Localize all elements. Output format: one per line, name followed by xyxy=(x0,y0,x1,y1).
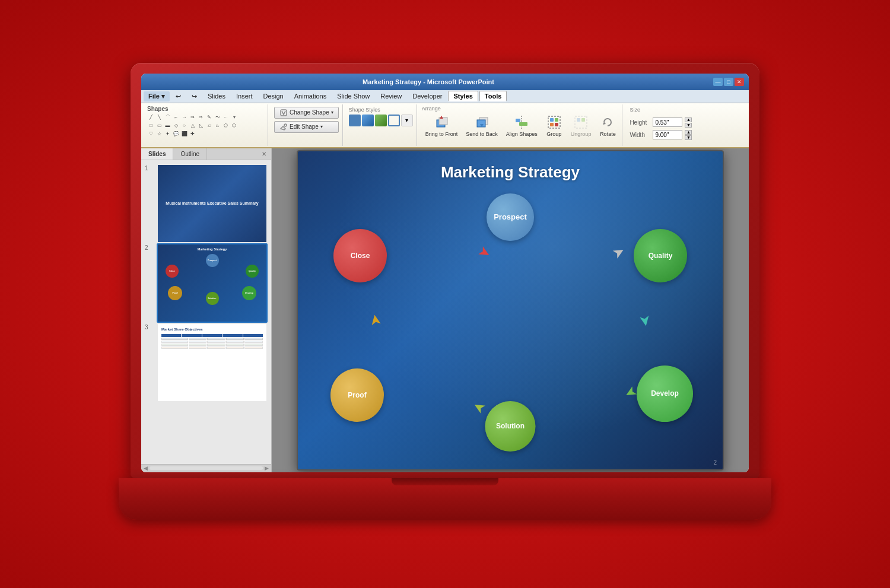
slide-item-1[interactable]: 1 Musical Instruments Executive Sales Su… xyxy=(145,164,268,243)
width-input[interactable] xyxy=(653,130,682,139)
shape-heart[interactable]: ♡ xyxy=(147,130,155,138)
style-4[interactable] xyxy=(388,115,400,126)
shape-freeform[interactable]: ✎ xyxy=(205,113,213,121)
svg-point-1 xyxy=(284,124,287,126)
shape-hex[interactable]: ⬡ xyxy=(230,122,238,129)
shape-curve[interactable]: ⌒ xyxy=(164,113,171,121)
slide-scroll-area: 1 Musical Instruments Executive Sales Su… xyxy=(141,160,271,464)
slide-scrollbar-left[interactable]: ◀ xyxy=(144,465,148,471)
menu-design[interactable]: Design xyxy=(259,91,288,101)
slide-1-number: 1 xyxy=(145,164,153,171)
slide-item-3[interactable]: 3 Market Share Objectives xyxy=(145,323,268,402)
send-back-btn[interactable]: Send to Back xyxy=(462,113,501,139)
slide-1-text: Musical Instruments Executive Sales Summ… xyxy=(166,201,258,206)
node-proof[interactable]: Proof xyxy=(330,368,384,422)
close-panel-btn[interactable]: ✕ xyxy=(257,148,271,160)
slide-2-thumb[interactable]: Marketing Strategy Prospect Quality Deve… xyxy=(157,243,268,323)
style-2[interactable] xyxy=(362,115,374,126)
shape-squiggle[interactable]: 〜 xyxy=(214,113,221,121)
shape-plaque[interactable]: ⬛ xyxy=(180,130,188,138)
shape-circle[interactable]: ○ xyxy=(180,122,188,129)
shape-line2[interactable]: ╲ xyxy=(155,113,163,121)
slide-item-2[interactable]: 2 Marketing Strategy Prospect Quality xyxy=(145,243,268,323)
shape-elbow[interactable]: ⌐ xyxy=(172,113,180,121)
svg-marker-19 xyxy=(603,122,606,125)
menu-review[interactable]: Review xyxy=(376,91,406,101)
shape-star[interactable]: ☆ xyxy=(155,130,163,138)
shape-line[interactable]: ╱ xyxy=(147,113,155,121)
laptop-frame: Marketing Strategy - Microsoft PowerPoin… xyxy=(119,63,771,526)
close-btn[interactable]: ✕ xyxy=(735,78,744,86)
laptop-base xyxy=(119,478,771,520)
menu-tools[interactable]: Tools xyxy=(479,91,507,101)
svg-rect-12 xyxy=(550,118,554,122)
style-more[interactable]: ▾ xyxy=(401,115,413,126)
shape-rect[interactable]: □ xyxy=(147,122,155,129)
menu-developer[interactable]: Developer xyxy=(408,91,447,101)
slide-3-thumb[interactable]: Market Share Objectives xyxy=(157,323,268,402)
menu-file[interactable]: File ▾ xyxy=(144,91,170,101)
menu-styles[interactable]: Styles xyxy=(448,91,478,101)
shape-star2[interactable]: ✦ xyxy=(164,130,171,138)
style-1[interactable] xyxy=(349,115,361,126)
menu-animations[interactable]: Animations xyxy=(290,91,331,101)
shape-arrow1[interactable]: → xyxy=(180,113,188,121)
shape-arrow3[interactable]: ⇨ xyxy=(197,113,205,121)
mini-node-quality: Quality xyxy=(246,265,259,278)
shape-trapezoid[interactable]: ⏢ xyxy=(214,122,221,129)
style-3[interactable] xyxy=(375,115,387,126)
shape-pentagon[interactable]: ⬠ xyxy=(222,122,230,129)
shape-diamond[interactable]: ◇ xyxy=(172,122,180,129)
ribbon: Shapes ╱ ╲ ⌒ ⌐ → ⇒ ⇨ ✎ xyxy=(141,103,749,148)
height-down[interactable]: ▼ xyxy=(685,123,692,128)
node-solution[interactable]: Solution xyxy=(485,401,536,452)
edit-shape-btn[interactable]: Edit Shape ▾ xyxy=(274,121,339,133)
width-spinner: ▲ ▼ xyxy=(685,130,692,140)
shape-arrow2[interactable]: ⇒ xyxy=(189,113,196,121)
ungroup-label: Ungroup xyxy=(571,132,592,138)
bring-front-btn[interactable]: Bring to Front xyxy=(422,113,462,139)
shape-triangle[interactable]: △ xyxy=(189,122,196,129)
shape-more[interactable]: ··· xyxy=(222,113,230,121)
shape-rect2[interactable]: ▬ xyxy=(164,122,171,129)
menu-slides[interactable]: Slides xyxy=(203,91,230,101)
style-samples: ▾ xyxy=(349,115,413,126)
tab-outline[interactable]: Outline xyxy=(173,148,207,160)
svg-rect-15 xyxy=(555,123,558,126)
node-develop[interactable]: Develop xyxy=(637,365,693,422)
shape-callout[interactable]: 💬 xyxy=(172,130,180,138)
group-btn[interactable]: Group xyxy=(542,113,566,139)
slide-1-thumb[interactable]: Musical Instruments Executive Sales Summ… xyxy=(157,164,268,243)
maximize-btn[interactable]: □ xyxy=(724,78,733,86)
send-back-label: Send to Back xyxy=(466,132,498,138)
change-shape-icon xyxy=(279,109,288,117)
tab-slides[interactable]: Slides xyxy=(141,148,173,160)
shape-parallelogram[interactable]: ▱ xyxy=(205,122,213,129)
align-shapes-btn[interactable]: Align Shapes xyxy=(503,113,541,139)
chevron-down-shapes[interactable]: ▾ xyxy=(230,113,238,121)
shape-cross[interactable]: ✚ xyxy=(189,130,196,138)
bring-front-label: Bring to Front xyxy=(425,132,458,138)
shape-rtriangle[interactable]: ◺ xyxy=(197,122,205,129)
node-close[interactable]: Close xyxy=(333,229,387,282)
minimize-btn[interactable]: — xyxy=(713,78,723,86)
menu-slideshow[interactable]: Slide Show xyxy=(332,91,374,101)
shape-rounded-rect[interactable]: ▭ xyxy=(155,122,163,129)
menu-insert[interactable]: Insert xyxy=(231,91,258,101)
ungroup-btn[interactable]: Ungroup xyxy=(567,113,595,139)
menu-redo[interactable]: ↪ xyxy=(187,91,202,101)
menu-undo[interactable]: ↩ xyxy=(171,91,186,101)
height-input[interactable] xyxy=(653,117,682,127)
svg-rect-13 xyxy=(555,118,558,122)
rotate-btn[interactable]: Rotate xyxy=(596,113,619,139)
width-down[interactable]: ▼ xyxy=(685,135,692,140)
node-prospect[interactable]: Prospect xyxy=(487,193,534,241)
slide-scrollbar-right[interactable]: ▶ xyxy=(265,465,269,471)
svg-rect-10 xyxy=(519,122,527,126)
arrow-green-bl: ➤ xyxy=(469,397,488,417)
node-quality[interactable]: Quality xyxy=(634,229,687,282)
slide-scrollbar-track[interactable] xyxy=(150,466,263,470)
width-up[interactable]: ▲ xyxy=(685,130,692,135)
height-up[interactable]: ▲ xyxy=(685,117,692,122)
change-shape-btn[interactable]: Change Shape ▾ xyxy=(274,107,339,119)
